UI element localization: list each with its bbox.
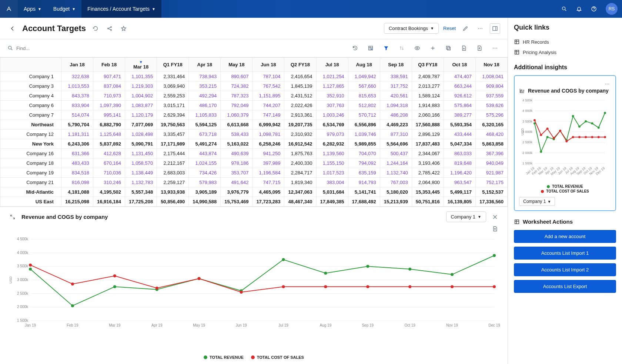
grid-cell[interactable]: 338,591 (380, 72, 412, 81)
grid-cell[interactable]: 710,973 (93, 91, 125, 101)
grid-cell[interactable]: 1,013,553 (61, 81, 93, 91)
grid-cell[interactable]: 631,366 (61, 149, 93, 158)
grid-cell[interactable]: 1,039,746 (348, 130, 380, 139)
grid-cell[interactable]: 724,382 (221, 81, 253, 91)
grid-cell[interactable]: 1,819,340 (284, 178, 316, 187)
view-selector[interactable]: Contract Bookings ▼ (384, 23, 439, 34)
row-label[interactable]: Company 12 (0, 130, 61, 139)
grid-cell[interactable]: 1,125,648 (93, 130, 125, 139)
grid-cell[interactable]: 575,296 (475, 110, 507, 120)
grid-cell[interactable]: 17,171,989 (157, 139, 189, 149)
help-icon[interactable] (586, 0, 601, 18)
grid-cell[interactable]: 2,913,361 (284, 110, 316, 120)
grid-cell[interactable]: 1,196,420 (444, 168, 475, 178)
grid-cell[interactable]: 1,004,902 (125, 91, 157, 101)
grid-cell[interactable]: 1,138,449 (125, 168, 157, 178)
grid-cell[interactable]: 1,219,303 (125, 81, 157, 91)
grid-cell[interactable]: 2,683,003 (157, 168, 189, 178)
grid-cell[interactable]: 979,073 (316, 130, 348, 139)
grid-cell[interactable]: 389,277 (444, 110, 475, 120)
grid-cell[interactable]: 15,753,469 (221, 197, 253, 207)
row-label[interactable]: Company 21 (0, 178, 61, 187)
grid-cell[interactable]: 1,914,883 (412, 101, 444, 110)
grid-cell[interactable]: 7,077,069 (125, 120, 157, 130)
grid-cell[interactable]: 1,021,254 (316, 72, 348, 81)
grid-cell[interactable]: 2,896,129 (412, 130, 444, 139)
grid-cell[interactable]: 1,101,355 (125, 72, 157, 81)
grid-cell[interactable]: 635,159 (348, 168, 380, 178)
grid-cell[interactable]: 794,092 (348, 158, 380, 168)
grid-cell[interactable]: 6,282,932 (316, 139, 348, 149)
reset-button[interactable]: Reset (443, 26, 456, 31)
grid-cell[interactable]: 734,426 (189, 168, 221, 178)
grid-cell[interactable]: 787,323 (221, 91, 253, 101)
nav-breadcrumb[interactable]: Finances / Account Targets ▼ (81, 0, 161, 18)
grid-cell[interactable]: 15,213,939 (380, 197, 412, 207)
expand-icon[interactable] (7, 212, 18, 222)
grid-cell[interactable]: 16,912,542 (284, 139, 316, 149)
grid-cell[interactable]: 2,064,800 (412, 178, 444, 187)
bell-icon[interactable] (572, 0, 586, 18)
grid-cell[interactable]: 6,534,769 (316, 120, 348, 130)
grid-cell[interactable]: 1,094,318 (380, 101, 412, 110)
grid-cell[interactable]: 3,015,171 (157, 101, 189, 110)
grid-cell[interactable]: 909,804 (475, 81, 507, 91)
grid-cell[interactable]: 1,083,877 (125, 101, 157, 110)
panel-toggle-icon[interactable] (490, 23, 500, 34)
grid-cell[interactable]: 1,120,179 (125, 110, 157, 120)
grid-cell[interactable]: 1,060,379 (221, 110, 253, 120)
grid-cell[interactable]: 491,642 (221, 178, 253, 187)
grid-cell[interactable]: 6,243,306 (61, 139, 93, 149)
pivot-icon[interactable] (365, 43, 376, 53)
grid-cell[interactable]: 443,874 (189, 149, 221, 158)
grid-cell[interactable]: 2,344,067 (412, 149, 444, 158)
grid-cell[interactable]: 815,653 (348, 91, 380, 101)
grid-cell[interactable]: 433,444 (444, 130, 475, 139)
grid-cell[interactable]: 877,310 (380, 130, 412, 139)
column-header[interactable]: Q1 FY18 (157, 58, 189, 72)
insight-company-selector[interactable]: Company 1 ▼ (519, 197, 555, 206)
grid-cell[interactable]: 19,207,735 (284, 120, 316, 130)
grid-cell[interactable]: 2,400,330 (284, 158, 316, 168)
grid-cell[interactable]: 663,244 (444, 81, 475, 91)
grid-cell[interactable]: 978,186 (221, 158, 253, 168)
column-header[interactable]: Aug 18 (348, 58, 380, 72)
grid-cell[interactable]: 1,244,164 (380, 158, 412, 168)
row-label[interactable]: Mid-Atlantic (0, 187, 61, 197)
grid-cell[interactable]: 843,378 (61, 91, 93, 101)
grid-cell[interactable]: 792,049 (221, 101, 253, 110)
grid-cell[interactable]: 1,098,781 (253, 130, 284, 139)
grid-cell[interactable]: 1,097,390 (93, 101, 125, 110)
row-label[interactable]: Company 1 (0, 72, 61, 81)
worksheet-action-button[interactable]: Accounts List Import 2 (514, 263, 616, 276)
grid-cell[interactable]: 486,170 (189, 101, 221, 110)
grid-cell[interactable]: 673,718 (189, 130, 221, 139)
grid-cell[interactable]: 738,943 (189, 72, 221, 81)
grid-cell[interactable]: 17,560,888 (412, 120, 444, 130)
grid-cell[interactable]: 3,069,940 (157, 81, 189, 91)
grid-cell[interactable]: 4,469,223 (380, 120, 412, 130)
grid-cell[interactable]: 1,196,584 (253, 168, 284, 178)
grid-cell[interactable]: 17,837,483 (412, 139, 444, 149)
grid-cell[interactable]: 834,518 (61, 168, 93, 178)
grid-cell[interactable]: 787,104 (253, 72, 284, 81)
grid-cell[interactable]: 816,098 (61, 178, 93, 187)
grid-cell[interactable]: 1,131,450 (125, 149, 157, 158)
grid-cell[interactable]: 1,875,763 (284, 149, 316, 158)
sort-icon[interactable] (397, 43, 407, 53)
grid-cell[interactable]: 50,856,490 (157, 197, 189, 207)
add-icon[interactable] (428, 43, 438, 53)
grid-cell[interactable]: 5,790,704 (61, 120, 93, 130)
column-header[interactable]: Jan 18 (61, 58, 93, 72)
grid-cell[interactable]: 567,660 (348, 81, 380, 91)
grid-cell[interactable]: 2,331,464 (157, 72, 189, 81)
grid-cell[interactable]: 1,132,740 (380, 168, 412, 178)
grid-cell[interactable]: 367,396 (475, 149, 507, 158)
more-icon[interactable] (475, 23, 485, 34)
import-icon[interactable] (459, 43, 469, 53)
column-header[interactable]: Sep 18 (380, 58, 412, 72)
grid-cell[interactable]: 995,141 (93, 110, 125, 120)
star-icon[interactable] (118, 23, 129, 34)
grid-cell[interactable]: 747,715 (253, 178, 284, 187)
grid-cell[interactable]: 5,152,537 (475, 187, 507, 197)
